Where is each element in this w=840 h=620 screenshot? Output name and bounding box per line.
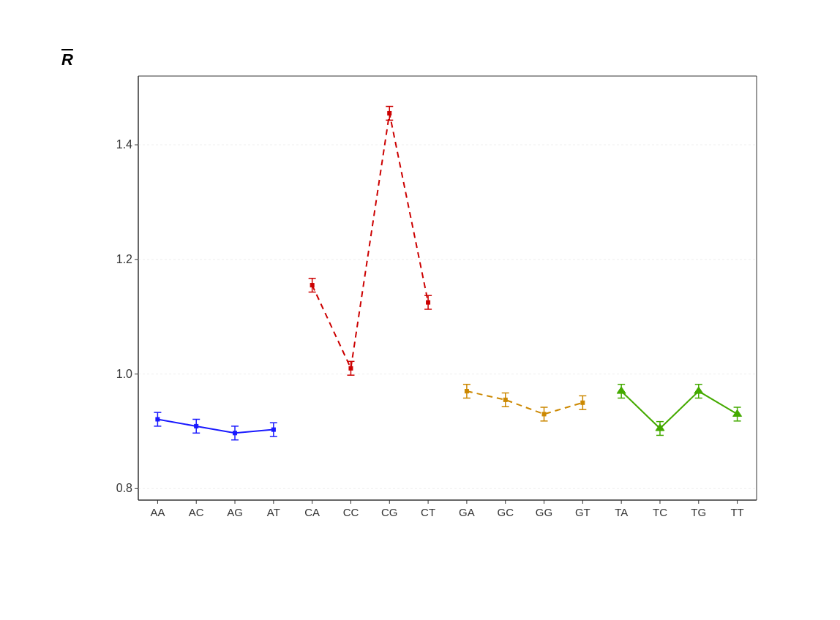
svg-text:AC: AC [189, 506, 204, 518]
svg-text:0.8: 0.8 [116, 482, 132, 494]
svg-text:1.4: 1.4 [116, 138, 132, 151]
svg-text:TA: TA [615, 506, 628, 518]
svg-text:GA: GA [459, 506, 475, 518]
svg-text:TG: TG [691, 506, 706, 518]
svg-rect-79 [427, 300, 430, 304]
svg-text:AG: AG [227, 506, 243, 518]
svg-text:TC: TC [653, 506, 667, 518]
svg-text:GT: GT [575, 506, 590, 518]
svg-text:TT: TT [730, 506, 743, 518]
svg-rect-75 [388, 111, 391, 115]
svg-marker-99 [617, 387, 626, 393]
svg-rect-55 [195, 424, 198, 428]
svg-text:CT: CT [421, 506, 435, 518]
svg-rect-87 [503, 398, 507, 401]
svg-rect-95 [581, 401, 585, 404]
svg-rect-91 [542, 412, 546, 416]
svg-text:CA: CA [304, 506, 320, 518]
svg-rect-63 [271, 428, 275, 431]
svg-text:AT: AT [267, 506, 280, 518]
svg-rect-83 [465, 390, 468, 393]
y-axis-label: R [61, 50, 73, 69]
chart-svg: 0.81.01.21.4AAACAGATCACCCGCTGAGCGGGTTATC… [98, 69, 771, 544]
svg-text:GG: GG [536, 506, 552, 518]
svg-text:1.0: 1.0 [116, 368, 132, 380]
svg-text:AA: AA [150, 506, 165, 518]
svg-marker-107 [694, 387, 703, 393]
svg-text:GC: GC [497, 506, 514, 518]
chart-container: R 0.81.01.21.4AAACAGATCACCCGCTGAGCGGGTTA… [54, 47, 786, 573]
svg-rect-71 [349, 366, 353, 370]
svg-rect-67 [310, 284, 314, 287]
svg-rect-51 [156, 417, 160, 421]
chart-title: R [61, 50, 73, 69]
svg-text:CC: CC [343, 506, 359, 518]
svg-rect-59 [233, 431, 237, 435]
svg-text:1.2: 1.2 [116, 253, 132, 265]
svg-text:CG: CG [381, 506, 398, 518]
